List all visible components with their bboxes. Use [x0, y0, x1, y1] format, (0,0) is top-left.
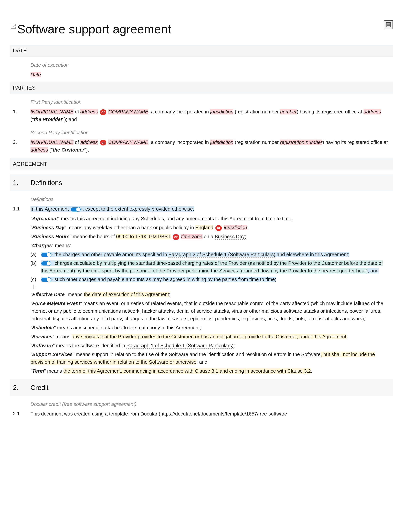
definition-charges-lead: "Charges" means: [31, 242, 390, 249]
outline-icon[interactable] [384, 20, 393, 29]
or-pill[interactable]: or [173, 234, 179, 240]
external-link-icon [10, 23, 16, 29]
hint-definitions: Definitions [10, 191, 393, 204]
xref-software[interactable]: Software [301, 352, 321, 357]
individual-name-placeholder[interactable]: INDIVIDUAL NAME [31, 139, 74, 145]
term-software: Software [32, 343, 53, 348]
address-placeholder[interactable]: address [364, 109, 381, 114]
section-title-definitions: Definitions [31, 178, 62, 188]
xref-schedule1-p1[interactable]: Paragraph 1 of Schedule 1 (Software Part… [126, 343, 233, 349]
clause-row: 2.1 This document was created using a te… [10, 409, 393, 419]
jurisdiction-placeholder[interactable]: jurisdiction [224, 225, 247, 230]
title-row: Software support agreement [10, 20, 393, 38]
term-effective-date: Effective Date [32, 292, 64, 297]
definition-software: "Software" means the software identified… [31, 342, 390, 349]
hint-credit: Docular credit (free software support ag… [10, 396, 393, 409]
hint-date: Date of execution [10, 57, 393, 70]
term-services: Services [32, 334, 52, 339]
party-row: 2. INDIVIDUAL NAME of address or COMPANY… [10, 138, 393, 155]
hours-option[interactable]: 09:00 to 17:00 GMT/BST [116, 234, 171, 239]
company-name-placeholder[interactable]: COMPANY NAME [108, 109, 148, 114]
document-title: Software support agreement [17, 20, 171, 38]
section-heading-parties: PARTIES [10, 82, 393, 94]
address-placeholder[interactable]: address [31, 147, 48, 152]
term-support-services: Support Services [32, 352, 73, 357]
definition-force-majeure: "Force Majeure Event" means an event, or… [31, 300, 390, 323]
jurisdiction-placeholder[interactable]: jurisdiction [210, 139, 233, 145]
section-number: 2. [13, 383, 31, 393]
definition-support-services: "Support Services" means support in rela… [31, 351, 390, 366]
xref-software[interactable]: Software [149, 359, 168, 365]
term-business-day: Business Day [32, 225, 64, 230]
or-pill[interactable]: or [100, 109, 106, 115]
england-option[interactable]: England [195, 225, 213, 230]
address-placeholder[interactable]: address [80, 109, 98, 114]
numbered-section-row: 2. Credit [10, 379, 393, 396]
address-placeholder[interactable]: address [80, 139, 98, 145]
role-provider: the Provider [34, 117, 63, 122]
clause-row: 1.1 In this Agreement , except to the ex… [10, 204, 393, 214]
hint-second-party: Second Party identification [10, 124, 393, 138]
term-agreement: Agreement [32, 216, 58, 221]
section-number: 1. [13, 178, 31, 188]
definition-schedule: "Schedule" means any schedule attached t… [31, 324, 390, 331]
xref-schedule1-p2[interactable]: Paragraph 2 of Schedule 1 (Software Part… [168, 252, 275, 258]
definition-services: "Services" means any services that the P… [31, 333, 390, 341]
term-schedule: Schedule [32, 325, 54, 330]
toggle-switch[interactable] [41, 277, 52, 282]
list-letter: (b) [31, 260, 41, 275]
or-pill[interactable]: or [215, 225, 222, 231]
list-letter: (a) [31, 251, 41, 258]
date-placeholder[interactable]: Date [31, 72, 41, 77]
clause-intro-pre: In this Agreement , except to the extent… [31, 206, 194, 212]
chevron-right-icon [81, 208, 83, 211]
charges-item-b: (b) charges calculated by multiplying th… [31, 260, 390, 275]
numbered-section-row: 1. Definitions [10, 174, 393, 191]
definition-business-hours: "Business Hours" means the hours of 09:0… [31, 233, 390, 241]
section-heading-agreement: AGREEMENT [10, 158, 393, 170]
party-body: INDIVIDUAL NAME of address or COMPANY NA… [31, 139, 390, 154]
xref-business-day[interactable]: Business Day [215, 234, 245, 240]
term-business-hours: Business Hours [32, 234, 69, 239]
term-charges: Charges [32, 243, 52, 248]
date-value-row: Date [31, 71, 390, 79]
add-item-icon[interactable] [31, 284, 36, 290]
term-term: Term [32, 368, 44, 374]
party-number: 2. [13, 139, 31, 154]
clause-number: 1.1 [13, 205, 31, 213]
clause-body: This document was created using a templa… [31, 410, 390, 418]
xref-clause-3-2[interactable]: 3.2 [304, 368, 311, 374]
jurisdiction-placeholder[interactable]: jurisdiction [210, 109, 233, 114]
chevron-right-icon [51, 253, 53, 256]
definition-effective-date: "Effective Date" means the date of execu… [31, 291, 390, 298]
definition-business-day: "Business Day" means any weekday other t… [31, 224, 390, 231]
party-row: 1. INDIVIDUAL NAME of address or COMPANY… [10, 107, 393, 124]
toggle-switch[interactable] [71, 207, 82, 212]
charges-b-body: charges calculated by multiplying the st… [41, 260, 383, 273]
toggle-switch[interactable] [41, 252, 52, 257]
section-title-credit: Credit [31, 383, 49, 393]
xref-clause-3-1[interactable]: 3.1 [212, 368, 218, 374]
individual-name-placeholder[interactable]: INDIVIDUAL NAME [31, 109, 74, 114]
charges-item-c: (c) such other charges and payable amoun… [31, 276, 390, 283]
party-number: 1. [13, 108, 31, 123]
clause-body: In this Agreement , except to the extent… [31, 205, 390, 213]
timezone-placeholder[interactable]: time zone [181, 234, 202, 239]
definition-term: "Term" means the term of this Agreement,… [31, 367, 390, 375]
term-force-majeure: Force Majeure Event [32, 301, 80, 306]
section-heading-date: DATE [10, 45, 393, 57]
company-name-placeholder[interactable]: COMPANY NAME [108, 139, 148, 145]
chevron-right-icon [51, 278, 53, 281]
role-customer: the Customer [53, 147, 84, 152]
xref-software[interactable]: Software [169, 352, 188, 357]
definition-agreement: "Agreement" means this agreement includi… [31, 215, 390, 222]
hint-first-party: First Party identification [10, 94, 393, 107]
clause-number: 2.1 [13, 410, 31, 418]
party-body: INDIVIDUAL NAME of address or COMPANY NA… [31, 108, 390, 123]
or-pill[interactable]: or [100, 140, 106, 146]
registration-number-placeholder[interactable]: registration number [280, 139, 322, 145]
toggle-switch[interactable] [41, 261, 52, 266]
charges-item-a: (a) the charges and other payable amount… [31, 251, 390, 258]
number-placeholder[interactable]: number [280, 109, 297, 114]
list-letter: (c) [31, 276, 41, 283]
